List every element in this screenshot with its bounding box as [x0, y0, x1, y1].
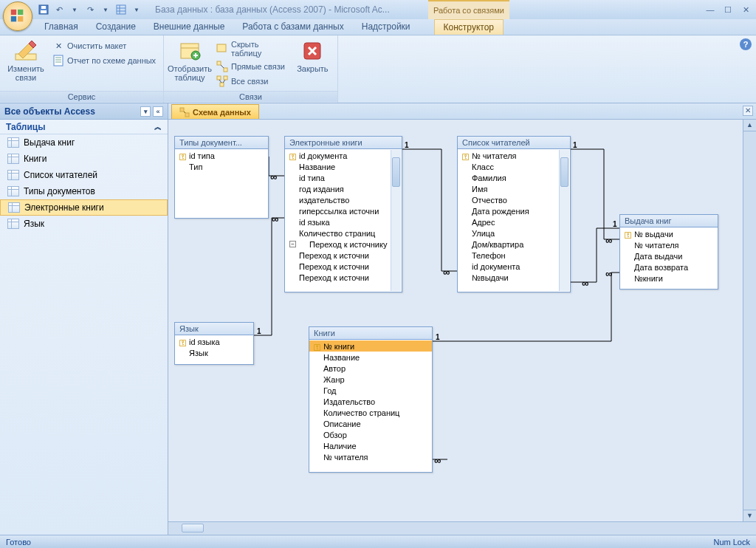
field-row[interactable]: год издания [285, 183, 402, 194]
field-row[interactable]: Автор [309, 363, 432, 374]
table-box-types[interactable]: Типы документ...id типаТип [174, 136, 269, 219]
grid-icon[interactable] [114, 3, 128, 16]
nav-item[interactable]: Язык [0, 216, 168, 232]
doc-tab-relationships[interactable]: Схема данных [171, 104, 259, 119]
nav-item[interactable]: Книги [0, 151, 168, 167]
help-icon[interactable]: ? [740, 38, 752, 50]
clear-layout-button[interactable]: ✕ Очистить макет [50, 39, 158, 52]
field-row[interactable]: Название [285, 161, 402, 172]
redo-icon[interactable]: ↷ [83, 3, 97, 16]
direct-relationships-button[interactable]: Прямые связи [214, 60, 289, 73]
field-row[interactable]: Язык [175, 347, 253, 358]
save-icon[interactable] [37, 3, 50, 16]
field-row[interactable]: id типа [175, 150, 268, 161]
field-row[interactable]: издательство [285, 194, 402, 205]
field-row[interactable]: Адрес [458, 216, 570, 227]
field-row[interactable]: Обзор [309, 429, 432, 440]
field-row[interactable]: Переход к источни [285, 272, 402, 283]
field-row[interactable]: id документа [458, 261, 570, 272]
expand-icon[interactable]: − [289, 241, 296, 247]
dropdown-icon[interactable]: ▼ [99, 3, 112, 16]
field-row[interactable]: Телефон [458, 250, 570, 261]
relationship-canvas[interactable]: 1 ∞ 1 ∞ 1 ∞ 1 ∞ 1 ∞ [168, 120, 756, 521]
vertical-scrollbar[interactable]: ▲ ▼ [743, 120, 756, 521]
table-box-header[interactable]: Язык [175, 323, 253, 335]
nav-item[interactable]: Выдача книг [0, 134, 168, 151]
field-row[interactable]: Количество страниц [309, 407, 432, 418]
field-row[interactable]: № читателя [620, 239, 718, 250]
dropdown-icon[interactable]: ▼ [68, 3, 81, 16]
table-box-header[interactable]: Типы документ... [175, 137, 268, 149]
minimize-icon[interactable]: — [704, 5, 716, 15]
field-row[interactable]: id языка [175, 336, 253, 347]
nav-collapse-icon[interactable]: « [153, 106, 163, 117]
field-row[interactable]: id языка [285, 216, 402, 227]
field-row[interactable]: № читателя [458, 150, 570, 161]
tab-database[interactable]: Работа с базами данных [233, 19, 352, 35]
field-row[interactable]: Фамилия [458, 172, 570, 183]
field-row[interactable]: Улица [458, 227, 570, 239]
table-box-issuance[interactable]: Выдача книг№ выдачи№ читателяДата выдачи… [619, 214, 718, 290]
tab-design[interactable]: Конструктор [434, 19, 504, 35]
field-row[interactable]: Описание [309, 418, 432, 429]
field-row[interactable]: Издательство [309, 396, 432, 407]
tab-home[interactable]: Главная [35, 19, 87, 35]
edit-relationships-button[interactable]: Изменить связи [4, 37, 47, 84]
table-box-lang[interactable]: Языкid языкаЯзык [174, 322, 254, 365]
nav-pane-header[interactable]: Все объекты Access ▾« [0, 103, 168, 120]
scroll-up-icon[interactable]: ▲ [743, 120, 756, 131]
scroll-thumb[interactable] [182, 524, 204, 532]
field-row[interactable]: № читателя [309, 451, 432, 462]
table-box-header[interactable]: Выдача книг [620, 215, 718, 227]
table-box-ebooks[interactable]: Электронные книгиid документаНазваниеid … [284, 136, 402, 292]
close-button[interactable]: Закрыть [292, 37, 333, 75]
table-scrollbar[interactable] [559, 150, 569, 291]
nav-dropdown-icon[interactable]: ▾ [140, 106, 151, 117]
hide-table-button[interactable]: Скрыть таблицу [214, 39, 289, 58]
field-row[interactable]: Дата рождения [458, 205, 570, 216]
field-row[interactable]: Дом/квартира [458, 239, 570, 250]
table-box-readers[interactable]: Список читателей№ читателяКлассФамилияИм… [457, 136, 571, 292]
field-row[interactable]: №выдачи [458, 272, 570, 283]
scroll-down-icon[interactable]: ▼ [743, 510, 756, 521]
close-icon[interactable]: ✕ [740, 5, 752, 15]
undo-icon[interactable]: ↶ [52, 3, 66, 16]
table-box-header[interactable]: Список читателей [458, 137, 570, 149]
table-box-books[interactable]: Книги№ книгиНазваниеАвторЖанрГодИздатель… [309, 326, 433, 473]
all-relationships-button[interactable]: Все связи [214, 75, 289, 88]
field-row[interactable]: Переход к источни [285, 250, 402, 261]
field-row[interactable]: Название [309, 352, 432, 363]
field-row[interactable]: гиперссылка источни [285, 205, 402, 216]
show-table-button[interactable]: Отобразить таблицу [168, 37, 211, 84]
field-row[interactable]: Дата выдачи [620, 250, 718, 261]
field-row[interactable]: Дата возврата [620, 261, 718, 273]
table-scrollbar[interactable] [391, 150, 401, 291]
scroll-thumb[interactable] [392, 157, 400, 187]
field-row[interactable]: −Переход к источнику [285, 239, 402, 250]
field-row[interactable]: Тип [175, 161, 268, 172]
field-row[interactable]: id типа [285, 172, 402, 183]
field-row[interactable]: Имя [458, 183, 570, 194]
field-row[interactable]: id документа [285, 150, 402, 161]
tab-create[interactable]: Создание [87, 19, 145, 35]
nav-group-tables[interactable]: Таблицы ︽ [0, 120, 168, 134]
scroll-thumb[interactable] [560, 157, 568, 187]
doc-close-icon[interactable]: ✕ [743, 106, 753, 116]
field-row[interactable]: Год [309, 385, 432, 396]
field-row[interactable]: № книги [309, 340, 432, 352]
relationship-report-button[interactable]: Отчет по схеме данных [50, 54, 158, 67]
tab-external[interactable]: Внешние данные [145, 19, 234, 35]
table-box-header[interactable]: Электронные книги [285, 137, 402, 149]
nav-item[interactable]: Типы документов [0, 183, 168, 199]
field-row[interactable]: №книги [620, 273, 718, 284]
nav-item[interactable]: Список читателей [0, 167, 168, 183]
field-row[interactable]: Переход к источни [285, 261, 402, 272]
office-button[interactable] [3, 1, 32, 31]
field-row[interactable]: № выдачи [620, 228, 718, 239]
field-row[interactable]: Количество страниц [285, 227, 402, 239]
horizontal-scrollbar[interactable] [168, 521, 756, 535]
nav-item[interactable]: Электронные книги [0, 199, 168, 216]
field-row[interactable]: Жанр [309, 374, 432, 385]
maximize-icon[interactable]: ☐ [722, 5, 734, 15]
tab-addins[interactable]: Надстройки [353, 19, 419, 35]
